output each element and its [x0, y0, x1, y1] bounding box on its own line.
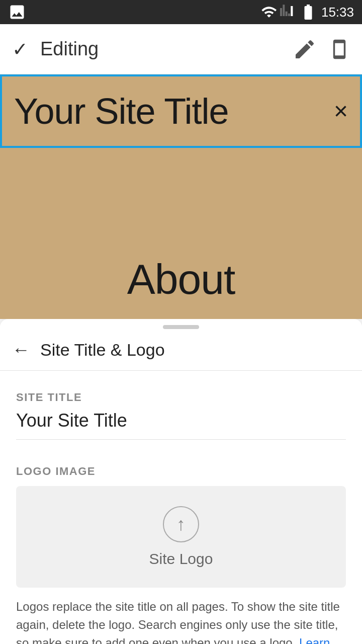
upload-circle: ↑ — [163, 506, 199, 542]
site-title-value[interactable]: Your Site Title — [16, 410, 346, 440]
toolbar-left: ✓ Editing — [12, 38, 99, 60]
status-bar-right: 15:33 — [261, 3, 354, 21]
hint-content: Logos replace the site title on all page… — [16, 600, 340, 644]
about-text: About — [127, 255, 235, 304]
bottom-sheet-title: Site Title & Logo — [40, 340, 165, 360]
back-button[interactable]: ← — [12, 339, 30, 360]
top-toolbar: ✓ Editing — [0, 24, 362, 74]
edit-icon[interactable] — [293, 37, 317, 61]
close-header-button[interactable]: × — [334, 99, 348, 123]
mobile-view-icon[interactable] — [329, 37, 350, 61]
logo-image-label: LOGO IMAGE — [16, 465, 346, 478]
photo-icon — [8, 3, 26, 21]
time-display: 15:33 — [321, 5, 354, 20]
wifi-icon — [261, 4, 277, 20]
drag-handle-row — [0, 319, 362, 329]
signal-icon — [280, 4, 296, 20]
site-header-block[interactable]: Your Site Title × — [0, 74, 362, 148]
editing-label: Editing — [40, 38, 99, 60]
status-bar-left — [8, 3, 26, 21]
battery-icon — [299, 3, 317, 21]
bottom-sheet: ← Site Title & Logo SITE TITLE Your Site… — [0, 319, 362, 644]
site-title-preview: Your Site Title — [14, 91, 229, 132]
site-preview: Your Site Title × About — [0, 74, 362, 319]
logo-hint-text: Logos replace the site title on all page… — [0, 588, 362, 644]
status-icons — [261, 3, 317, 21]
site-title-field-group: SITE TITLE Your Site Title — [16, 391, 346, 440]
drag-handle[interactable] — [163, 325, 199, 329]
site-content-area: About — [0, 148, 362, 319]
logo-upload-button[interactable]: ↑ Site Logo — [16, 486, 346, 588]
form-section: SITE TITLE Your Site Title — [0, 371, 362, 440]
logo-section: LOGO IMAGE ↑ Site Logo — [0, 450, 362, 588]
toolbar-right — [293, 37, 350, 61]
site-logo-label: Site Logo — [149, 550, 213, 568]
bottom-sheet-header: ← Site Title & Logo — [0, 329, 362, 371]
site-title-label: SITE TITLE — [16, 391, 346, 404]
upload-arrow-icon: ↑ — [176, 514, 186, 535]
check-button[interactable]: ✓ — [12, 38, 28, 60]
status-bar: 15:33 — [0, 0, 362, 24]
